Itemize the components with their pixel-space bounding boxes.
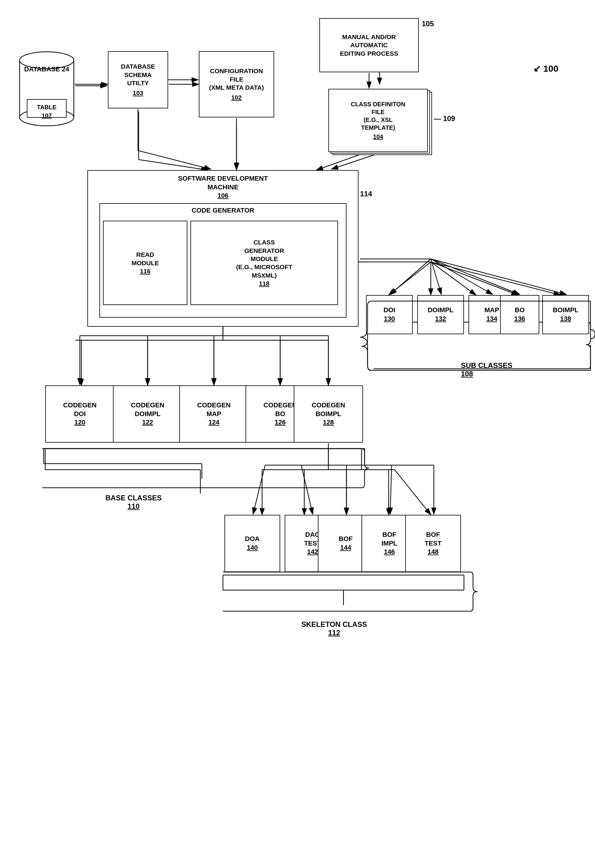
ref-114: 114 bbox=[360, 190, 372, 198]
skeleton-ref: 112 bbox=[328, 629, 340, 637]
svg-line-80 bbox=[390, 465, 392, 514]
class-gen-label: CLASSGENERATORMODULE(E.G., MICROSOFTMSXM… bbox=[236, 238, 293, 279]
database-cylinder: DATABASE 24 TABLE107 bbox=[18, 48, 75, 130]
bof-test-box: BOFTEST 148 bbox=[405, 515, 461, 572]
code-gen-box: CODE GENERATOR READMODULE 116 CLASSGENER… bbox=[99, 203, 346, 317]
doi-box: DOI 130 bbox=[366, 295, 413, 334]
base-classes-label: BASE CLASSES110 bbox=[105, 494, 162, 511]
codegen-boimpl-box: CODEGENBOIMPL 128 bbox=[294, 385, 363, 443]
svg-line-27 bbox=[395, 470, 431, 515]
codegen-boimpl-label: CODEGENBOIMPL bbox=[311, 401, 345, 418]
doi-label: DOI bbox=[383, 306, 395, 314]
svg-line-59 bbox=[138, 151, 211, 169]
dao-test-ref: 142 bbox=[307, 548, 318, 557]
table-label: TABLE107 bbox=[37, 104, 56, 119]
codegen-map-ref: 124 bbox=[209, 418, 220, 427]
config-ref: 102 bbox=[231, 93, 241, 102]
database-label: DATABASE 24 bbox=[24, 65, 69, 73]
sdm-label: SOFTWARE DEVELOPMENTMACHINE bbox=[178, 174, 268, 192]
sdm-box: SOFTWARE DEVELOPMENTMACHINE 106 CODE GEN… bbox=[87, 170, 358, 327]
bof-label: BOF bbox=[339, 535, 352, 543]
bo-label: BO bbox=[515, 306, 525, 314]
db-schema-label: DATABASESCHEMAUTILTY bbox=[121, 62, 155, 87]
class-def-box: CLASS DEFINITONFILE(E.G., XSLTEMPLATE) 1… bbox=[329, 89, 428, 152]
codegen-bo-label: CODEGENBO bbox=[263, 401, 297, 418]
svg-line-66 bbox=[431, 259, 520, 294]
ref-109: — 109 bbox=[434, 114, 455, 123]
bof-ref: 144 bbox=[340, 543, 351, 552]
boimpl-label: BOIMPL bbox=[553, 306, 579, 314]
class-def-label: CLASS DEFINITONFILE(E.G., XSLTEMPLATE) bbox=[351, 100, 406, 131]
codegen-doimpl-ref: 122 bbox=[142, 418, 153, 427]
manual-auto-label: MANUAL AND/ORAUTOMATICEDITING PROCESS bbox=[340, 33, 398, 58]
codegen-doi-ref: 120 bbox=[74, 418, 86, 427]
doimpl-label: DOIMPL bbox=[428, 306, 454, 314]
doimpl-box: DOIMPL 132 bbox=[417, 295, 464, 334]
bo-box: BO 136 bbox=[500, 295, 539, 334]
config-label: CONFIGURATIONFILE(XML META DATA) bbox=[209, 67, 264, 92]
read-module-box: READMODULE 116 bbox=[103, 221, 187, 305]
codegen-doimpl-label: CODEGENDOIMPL bbox=[131, 401, 164, 418]
svg-line-63 bbox=[390, 259, 431, 294]
config-file-box: CONFIGURATIONFILE(XML META DATA) 102 bbox=[199, 51, 274, 117]
map-ref: 134 bbox=[486, 314, 497, 323]
ref-105: 105 bbox=[422, 19, 434, 28]
read-module-label: READMODULE bbox=[132, 251, 159, 267]
svg-line-77 bbox=[253, 465, 265, 514]
bof-test-ref: 148 bbox=[428, 548, 439, 557]
svg-line-78 bbox=[301, 465, 313, 514]
class-gen-box: CLASSGENERATORMODULE(E.G., MICROSOFTMSXM… bbox=[190, 221, 338, 305]
svg-line-7 bbox=[139, 159, 208, 170]
class-gen-ref: 118 bbox=[259, 279, 269, 288]
svg-line-11 bbox=[431, 262, 476, 295]
svg-line-61 bbox=[332, 154, 378, 169]
doa-ref: 140 bbox=[247, 543, 258, 552]
sub-classes-label: SUB CLASSES108 bbox=[461, 361, 512, 378]
codegen-boimpl-ref: 128 bbox=[323, 418, 334, 427]
svg-line-12 bbox=[431, 262, 518, 295]
code-gen-label: CODE GENERATOR bbox=[192, 206, 254, 215]
sub-classes-ref: 108 bbox=[461, 370, 473, 378]
map-label: MAP bbox=[484, 306, 499, 314]
diagram: DATABASE 24 TABLE107 DATABASESCHEMAUTILT… bbox=[0, 0, 595, 868]
codegen-map-box: CODEGENMAP 124 bbox=[179, 385, 249, 443]
svg-line-42 bbox=[200, 470, 361, 482]
bof-test-label: BOFTEST bbox=[425, 530, 441, 548]
db-schema-box: DATABASESCHEMAUTILTY 103 bbox=[108, 51, 168, 108]
manual-auto-box: MANUAL AND/ORAUTOMATICEDITING PROCESS bbox=[319, 18, 419, 72]
base-classes-ref: 110 bbox=[127, 502, 139, 510]
codegen-map-label: CODEGENMAP bbox=[197, 401, 231, 418]
svg-line-64 bbox=[431, 259, 441, 294]
svg-line-65 bbox=[431, 259, 493, 294]
svg-line-67 bbox=[431, 259, 566, 294]
doimpl-ref: 132 bbox=[435, 314, 446, 323]
bo-ref: 136 bbox=[514, 314, 525, 323]
ref-100: ↙ 100 bbox=[533, 63, 558, 74]
read-module-ref: 116 bbox=[140, 267, 150, 275]
svg-line-13 bbox=[431, 262, 560, 295]
class-def-ref: 104 bbox=[373, 133, 383, 140]
doi-ref: 130 bbox=[384, 314, 395, 323]
doa-box: DOA 140 bbox=[225, 515, 280, 572]
boimpl-ref: 138 bbox=[560, 314, 571, 323]
codegen-bo-ref: 126 bbox=[275, 418, 286, 427]
boimpl-box: BOIMPL 138 bbox=[542, 295, 589, 334]
codegen-doi-label: CODEGENDOI bbox=[63, 401, 96, 418]
skeleton-class-label: SKELETON CLASS112 bbox=[301, 620, 367, 637]
svg-line-9 bbox=[389, 262, 431, 295]
bof-impl-ref: 146 bbox=[384, 548, 395, 557]
doa-label: DOA bbox=[245, 535, 260, 543]
codegen-doi-box: CODEGENDOI 120 bbox=[45, 385, 114, 443]
sdm-ref: 106 bbox=[218, 192, 229, 200]
codegen-doimpl-box: CODEGENDOIMPL 122 bbox=[113, 385, 182, 443]
bof-impl-label: BOFIMPL bbox=[381, 530, 397, 548]
db-schema-ref: 103 bbox=[133, 89, 143, 97]
